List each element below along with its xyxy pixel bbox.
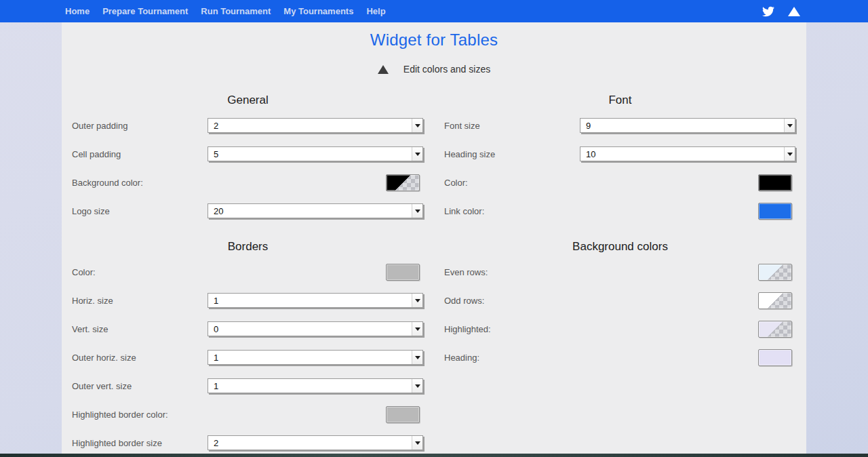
bottom-window-edge <box>0 454 868 457</box>
right-column: Font Font size 9 Heading size 10 <box>434 79 806 454</box>
link-color-swatch[interactable] <box>758 203 792 220</box>
field-label: Highlighted border color: <box>72 410 208 420</box>
dropdown-arrow-button[interactable] <box>412 147 422 161</box>
field-label: Background color: <box>72 178 208 188</box>
section-heading-general: General <box>62 94 434 107</box>
left-column: General Outer padding 2 Cell padding 5 <box>62 79 434 454</box>
select-value: 5 <box>208 147 412 161</box>
field-label: Logo size <box>72 206 208 216</box>
select-value: 2 <box>208 119 412 132</box>
row-heading-size: Heading size 10 <box>434 140 806 168</box>
select-value: 9 <box>580 119 784 132</box>
row-heading-color: Heading: <box>434 343 806 372</box>
field-label: Odd rows: <box>444 296 580 306</box>
odd-rows-color-swatch[interactable] <box>758 292 792 309</box>
row-font-color: Color: <box>434 168 806 197</box>
field-label: Outer horiz. size <box>72 353 208 363</box>
nav-item-prepare-tournament[interactable]: Prepare Tournament <box>102 6 188 16</box>
border-color-swatch[interactable] <box>386 264 420 281</box>
main-content: Widget for Tables Edit colors and sizes … <box>62 22 806 454</box>
nav-item-my-tournaments[interactable]: My Tournaments <box>283 6 353 16</box>
select-value: 2 <box>208 436 412 450</box>
field-label: Even rows: <box>444 267 580 277</box>
field-label: Vert. size <box>72 324 208 334</box>
field-label: Outer vert. size <box>72 381 208 391</box>
even-rows-color-swatch[interactable] <box>758 264 792 281</box>
dropdown-arrow-button[interactable] <box>412 119 422 132</box>
triangle-up-icon[interactable] <box>788 7 800 16</box>
dropdown-arrow-button[interactable] <box>412 436 422 450</box>
dropdown-arrow-button[interactable] <box>412 379 422 393</box>
edit-colors-toggle[interactable]: Edit colors and sizes <box>62 64 806 75</box>
font-color-swatch[interactable] <box>758 174 792 191</box>
select-value: 1 <box>208 351 412 364</box>
field-label: Outer padding <box>72 121 208 131</box>
heading-size-select[interactable]: 10 <box>580 146 795 161</box>
nav-item-home[interactable]: Home <box>65 6 90 16</box>
row-highlighted-border-size: Highlighted border size 2 <box>62 429 434 454</box>
twitter-icon[interactable] <box>761 5 776 18</box>
row-cell-padding: Cell padding 5 <box>62 140 434 168</box>
row-highlighted-color: Highlighted: <box>434 315 806 343</box>
dropdown-arrow-button[interactable] <box>412 322 422 336</box>
field-label: Link color: <box>444 206 580 216</box>
outer-vert-size-select[interactable]: 1 <box>208 378 423 393</box>
field-label: Color: <box>72 267 208 277</box>
section-heading-background-colors: Background colors <box>434 240 806 254</box>
triangle-up-icon <box>378 65 389 74</box>
horiz-size-select[interactable]: 1 <box>208 293 423 308</box>
field-label: Heading: <box>444 353 580 363</box>
field-label: Highlighted: <box>444 324 580 334</box>
row-vert-size: Vert. size 0 <box>62 315 434 343</box>
select-value: 20 <box>208 204 412 218</box>
row-font-size: Font size 9 <box>434 111 806 140</box>
row-even-rows-color: Even rows: <box>434 258 806 286</box>
heading-color-swatch[interactable] <box>758 349 792 366</box>
row-outer-vert-size: Outer vert. size 1 <box>62 372 434 400</box>
row-link-color: Link color: <box>434 197 806 225</box>
select-value: 10 <box>580 147 784 161</box>
field-label: Cell padding <box>72 149 208 159</box>
vert-size-select[interactable]: 0 <box>208 321 423 336</box>
dropdown-arrow-button[interactable] <box>412 294 422 307</box>
row-highlighted-border-color: Highlighted border color: <box>62 400 434 429</box>
cell-padding-select[interactable]: 5 <box>208 146 423 161</box>
field-label: Font size <box>444 121 580 131</box>
chevron-down-icon <box>415 299 420 302</box>
field-label: Heading size <box>444 149 580 159</box>
dropdown-arrow-button[interactable] <box>412 204 422 218</box>
row-border-color: Color: <box>62 258 434 286</box>
row-horiz-size: Horiz. size 1 <box>62 286 434 315</box>
field-label: Horiz. size <box>72 296 208 306</box>
chevron-down-icon <box>415 210 420 213</box>
row-background-color: Background color: <box>62 168 434 197</box>
row-logo-size: Logo size 20 <box>62 197 434 225</box>
highlighted-color-swatch[interactable] <box>758 321 792 338</box>
background-color-swatch[interactable] <box>386 174 420 191</box>
dropdown-arrow-button[interactable] <box>412 351 422 364</box>
section-heading-font: Font <box>434 94 806 107</box>
outer-horiz-size-select[interactable]: 1 <box>208 350 423 365</box>
field-label: Color: <box>444 178 580 188</box>
chevron-down-icon <box>415 384 420 388</box>
logo-size-select[interactable]: 20 <box>208 203 423 218</box>
font-size-select[interactable]: 9 <box>580 118 795 133</box>
chevron-down-icon <box>787 124 793 127</box>
select-value: 1 <box>208 294 412 307</box>
outer-padding-select[interactable]: 2 <box>208 118 423 133</box>
chevron-down-icon <box>415 356 420 359</box>
dropdown-arrow-button[interactable] <box>784 147 795 161</box>
chevron-down-icon <box>415 124 420 127</box>
row-outer-horiz-size: Outer horiz. size 1 <box>62 343 434 372</box>
chevron-down-icon <box>415 153 420 156</box>
dropdown-arrow-button[interactable] <box>784 119 795 132</box>
highlighted-border-size-select[interactable]: 2 <box>208 435 423 450</box>
page-title: Widget for Tables <box>62 31 806 49</box>
select-value: 1 <box>208 379 412 393</box>
highlighted-border-color-swatch[interactable] <box>386 406 420 423</box>
nav-item-run-tournament[interactable]: Run Tournament <box>201 6 271 16</box>
row-outer-padding: Outer padding 2 <box>62 111 434 140</box>
top-navbar: Home Prepare Tournament Run Tournament M… <box>0 0 868 22</box>
nav-item-help[interactable]: Help <box>366 6 385 16</box>
section-heading-borders: Borders <box>62 240 434 254</box>
